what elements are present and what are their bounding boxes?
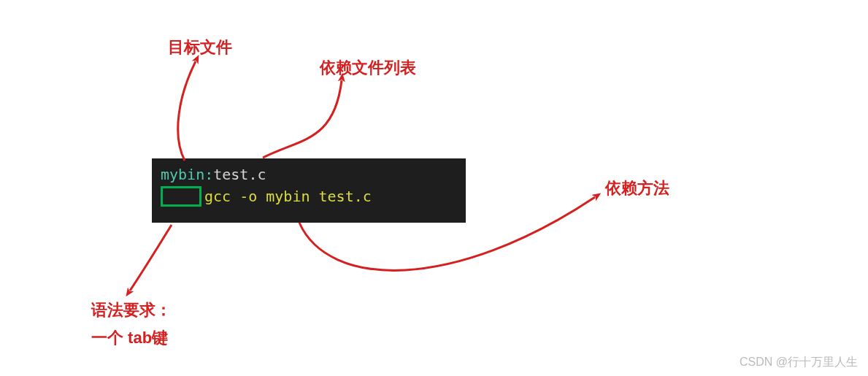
arrow-syntax-req	[130, 225, 172, 291]
terminal-target-text: mybin:	[161, 166, 213, 183]
arrow-target-file	[178, 61, 196, 161]
watermark-text: CSDN @行十万里人生	[740, 355, 858, 370]
arrow-dependency-list	[263, 80, 342, 158]
label-syntax-req-2: 一个 tab键	[91, 327, 168, 349]
terminal-line-2: gcc -o mybin test.c	[161, 186, 457, 207]
label-target-file: 目标文件	[168, 37, 232, 58]
terminal-deps-text: test.c	[213, 166, 266, 183]
tab-indicator-box	[161, 186, 201, 207]
label-dependency-method: 依赖方法	[605, 177, 669, 199]
terminal-line-1: mybin:test.c	[161, 164, 457, 185]
terminal-code-block: mybin:test.c gcc -o mybin test.c	[152, 158, 466, 223]
terminal-command-text: gcc -o mybin test.c	[204, 186, 372, 207]
label-syntax-req-1: 语法要求：	[91, 299, 172, 321]
label-dependency-list: 依赖文件列表	[320, 57, 416, 79]
